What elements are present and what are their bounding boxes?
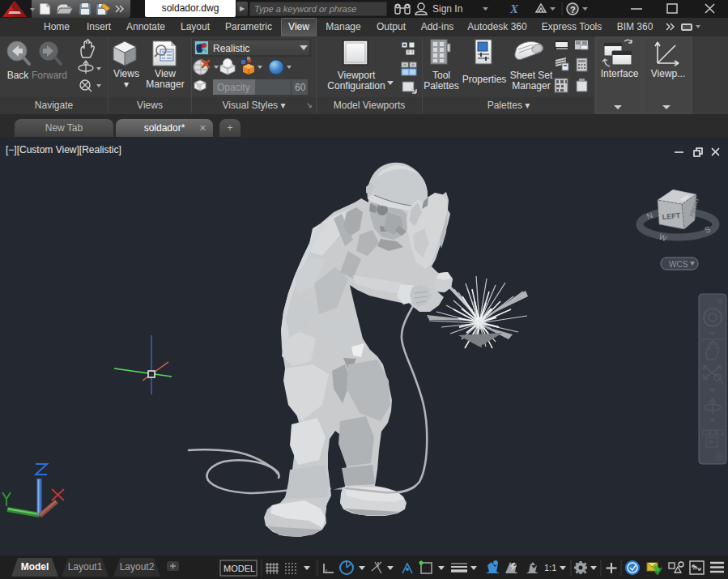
svg-text:X: X (509, 2, 519, 15)
svg-text:W: W (658, 232, 668, 244)
svg-text:WCS: WCS (669, 260, 688, 269)
svg-text:60: 60 (295, 82, 306, 93)
svg-text:MODEL: MODEL (224, 564, 255, 573)
svg-text:?: ? (570, 5, 576, 15)
svg-text:LEFT: LEFT (662, 211, 681, 221)
svg-text:Realistic: Realistic (213, 43, 249, 54)
svg-text:1:1: 1:1 (544, 563, 556, 573)
svg-text:Opacity: Opacity (217, 82, 250, 93)
